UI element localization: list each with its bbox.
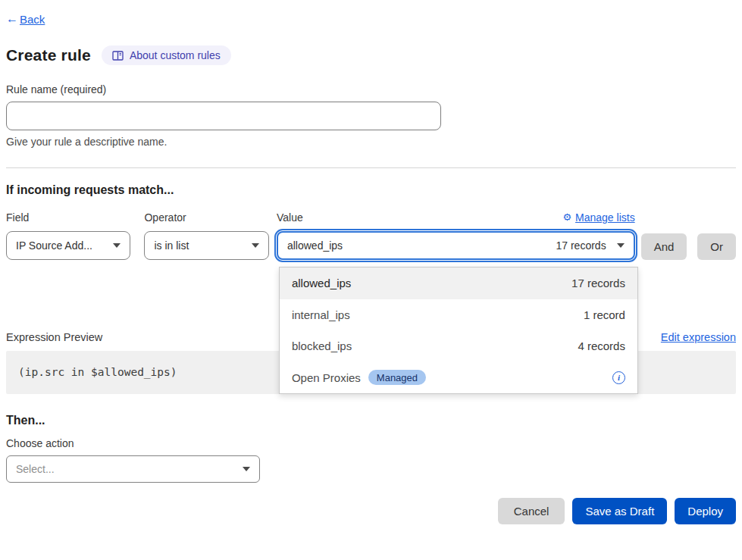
list-item[interactable]: internal_ips 1 record: [280, 299, 637, 331]
choose-action-label: Choose action: [6, 437, 736, 449]
managed-badge: Managed: [368, 370, 426, 385]
manage-lists-link[interactable]: ⚙ Manage lists: [562, 211, 634, 224]
gear-icon: ⚙: [562, 211, 571, 223]
info-icon[interactable]: i: [612, 371, 625, 384]
section-divider: [6, 167, 736, 168]
edit-expression-link[interactable]: Edit expression: [661, 331, 736, 343]
rule-name-input[interactable]: [6, 102, 441, 130]
action-select[interactable]: Select...: [6, 455, 260, 483]
list-item-count: 1 record: [584, 308, 625, 321]
list-item-count: 17 records: [571, 277, 625, 289]
list-item-name: allowed_ips: [292, 277, 351, 289]
then-section-heading: Then...: [6, 414, 736, 427]
chevron-down-icon: [113, 243, 121, 248]
back-link[interactable]: ←Back: [6, 12, 45, 26]
value-selected-records: 17 records: [556, 239, 606, 252]
list-item-count: 4 records: [578, 339, 625, 352]
condition-row: Field IP Source Add... Operator is in li…: [6, 211, 736, 260]
chevron-down-icon: [252, 243, 259, 248]
field-label: Field: [6, 211, 29, 224]
list-item-name: internal_ips: [292, 308, 350, 321]
list-item[interactable]: blocked_ips 4 records: [280, 330, 637, 362]
list-item-name: Open Proxies: [292, 371, 361, 384]
action-select-placeholder: Select...: [16, 463, 55, 475]
list-item[interactable]: Open Proxies Managed i: [280, 362, 637, 394]
field-column: Field IP Source Add...: [6, 211, 130, 260]
list-item[interactable]: allowed_ips 17 records: [280, 267, 637, 299]
rule-name-helper-text: Give your rule a descriptive name.: [6, 136, 736, 148]
operator-label: Operator: [144, 211, 186, 224]
save-as-draft-button[interactable]: Save as Draft: [572, 498, 667, 524]
chevron-down-icon: [617, 243, 625, 248]
about-custom-rules-link[interactable]: About custom rules: [102, 45, 231, 65]
value-selected-name: allowed_ips: [287, 239, 343, 252]
operator-selected-value: is in list: [154, 239, 189, 252]
list-item-name: blocked_ips: [292, 339, 352, 352]
footer-actions: Cancel Save as Draft Deploy: [6, 498, 736, 524]
value-select[interactable]: allowed_ips 17 records: [277, 231, 635, 260]
deploy-button[interactable]: Deploy: [675, 498, 736, 524]
chevron-down-icon: [243, 467, 250, 471]
page-title: Create rule: [6, 46, 91, 64]
value-column: Value ⚙ Manage lists allowed_ips 17 reco…: [277, 211, 635, 260]
match-section-heading: If incoming requests match...: [6, 183, 736, 197]
manage-lists-label: Manage lists: [575, 211, 635, 224]
book-icon: [112, 51, 124, 61]
operator-column: Operator is in list: [144, 211, 268, 260]
value-dropdown-menu: allowed_ips 17 records internal_ips 1 re…: [279, 267, 638, 394]
cancel-button[interactable]: Cancel: [498, 498, 565, 524]
field-select[interactable]: IP Source Add...: [6, 231, 130, 260]
back-arrow-icon: ←: [6, 12, 18, 26]
or-button[interactable]: Or: [697, 233, 736, 260]
value-label: Value: [277, 211, 303, 224]
field-selected-value: IP Source Add...: [16, 239, 92, 252]
rule-name-label: Rule name (required): [6, 83, 736, 95]
logic-buttons: And Or: [641, 233, 736, 260]
title-row: Create rule About custom rules: [6, 45, 736, 65]
about-custom-rules-label: About custom rules: [130, 49, 221, 61]
and-button[interactable]: And: [641, 233, 687, 260]
expression-preview-label: Expression Preview: [6, 331, 102, 343]
back-link-label: Back: [20, 13, 45, 26]
operator-select[interactable]: is in list: [144, 231, 268, 260]
create-rule-page: ←Back Create rule About custom rules Rul…: [0, 0, 742, 524]
